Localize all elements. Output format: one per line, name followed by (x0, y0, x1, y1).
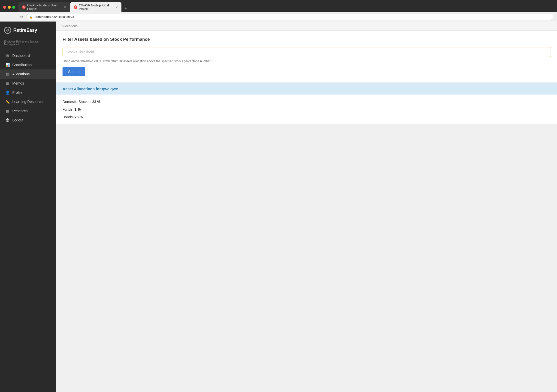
sidebar-item-contributions[interactable]: 📊 Contributions (0, 60, 56, 69)
brand-text: RetireEasy (13, 28, 37, 33)
brand-name: RetireEasy (13, 28, 37, 33)
logout-icon: ⏻ (5, 118, 10, 122)
tab-2-favicon: 🎯 (74, 5, 77, 9)
tab-1-label: OWASP Node.js Goat Project (27, 4, 62, 11)
profile-icon: 👤 (5, 90, 10, 95)
sidebar: RetireEasy Employee Retirement Savings M… (0, 22, 56, 392)
address-bar-row: ← → ↻ 🔒 localhost:4000/allocations/4 (0, 12, 557, 22)
app: RetireEasy Employee Retirement Savings M… (0, 22, 557, 392)
sidebar-item-learning-label: Learning Resources (12, 100, 44, 104)
forward-button[interactable]: → (11, 14, 17, 19)
tab-1[interactable]: 🎯 OWASP Node.js Goat Project ✕ (18, 2, 70, 12)
funds-value: 1 % (75, 107, 81, 111)
contributions-icon: 📊 (5, 63, 10, 67)
allocation-row-domestic-stocks: Domestic Stocks : 23 % (63, 100, 551, 104)
submit-button[interactable]: Submit (63, 67, 85, 76)
memos-icon: ▤ (5, 81, 10, 85)
sidebar-item-learning[interactable]: ✏️ Learning Resources (0, 97, 56, 106)
sidebar-item-research[interactable]: ▤ Research (0, 106, 56, 116)
filter-title: Filter Assets based on Stock Performance (63, 37, 551, 42)
filter-card: Filter Assets based on Stock Performance… (56, 31, 557, 83)
tab-2[interactable]: 🎯 OWASP Node.js Goat Project ✕ (70, 2, 121, 12)
dashboard-icon: ⊞ (5, 54, 10, 58)
bonds-value: 76 % (75, 115, 83, 119)
address-text: localhost:4000/allocations/4 (35, 15, 74, 19)
reload-button[interactable]: ↻ (19, 14, 24, 19)
sidebar-item-profile-label: Profile (12, 90, 23, 95)
fullscreen-window-button[interactable] (12, 6, 15, 9)
allocation-row-bonds: Bonds: 76 % (63, 115, 551, 119)
research-icon: ▤ (5, 109, 10, 113)
security-icon: 🔒 (29, 15, 33, 19)
tab-bar: 🎯 OWASP Node.js Goat Project ✕ 🎯 OWASP N… (18, 2, 554, 12)
browser-chrome: 🎯 OWASP Node.js Goat Project ✕ 🎯 OWASP N… (0, 0, 557, 22)
sidebar-item-dashboard[interactable]: ⊞ Dashboard (0, 51, 56, 60)
tab-1-close[interactable]: ✕ (64, 6, 66, 9)
content-area: Filter Assets based on Stock Performance… (56, 31, 557, 124)
sidebar-item-contributions-label: Contributions (12, 63, 34, 67)
main-content: Allocations Filter Assets based on Stock… (56, 22, 557, 392)
title-bar: 🎯 OWASP Node.js Goat Project ✕ 🎯 OWASP N… (0, 0, 557, 12)
sidebar-item-allocations[interactable]: ▤ Allocations (0, 69, 56, 79)
brand-icon (4, 27, 11, 34)
tab-2-close[interactable]: ✕ (116, 6, 118, 9)
sidebar-item-memos[interactable]: ▤ Memos (0, 79, 56, 88)
address-bar[interactable]: 🔒 localhost:4000/allocations/4 (26, 14, 553, 20)
address-path: 4000/allocations/4 (49, 15, 74, 19)
domestic-stocks-value: 23 % (92, 100, 100, 104)
sidebar-item-logout-label: Logout (12, 118, 23, 122)
domestic-stocks-label: Domestic Stocks : (63, 100, 91, 104)
results-header: Asset Allocations for qwe qwe (56, 83, 557, 95)
sidebar-item-research-label: Research (12, 109, 28, 113)
navigation: ⊞ Dashboard 📊 Contributions ▤ Allocation… (0, 48, 56, 392)
tab-1-favicon: 🎯 (22, 5, 26, 9)
address-host: localhost: (35, 15, 49, 19)
sidebar-item-dashboard-label: Dashboard (12, 54, 30, 58)
minimize-window-button[interactable] (8, 6, 11, 9)
stocks-threshold-input[interactable] (63, 47, 551, 57)
results-card: Asset Allocations for qwe qwe Domestic S… (56, 83, 557, 124)
close-window-button[interactable] (3, 6, 6, 9)
learning-icon: ✏️ (5, 100, 10, 104)
funds-label: Funds: (63, 107, 74, 111)
traffic-lights (3, 6, 15, 9)
allocations-icon: ▤ (5, 72, 10, 76)
brand: RetireEasy (0, 22, 56, 39)
allocation-row-funds: Funds: 1 % (63, 107, 551, 111)
bonds-label: Bonds: (63, 115, 74, 119)
results-title: Asset Allocations for qwe qwe (63, 87, 551, 91)
tab-2-label: OWASP Node.js Goat Project (79, 4, 114, 11)
sidebar-item-allocations-label: Allocations (12, 72, 30, 76)
filter-hint: Using above threshold value, it will ret… (63, 59, 551, 63)
brand-logo (4, 27, 11, 34)
sidebar-item-memos-label: Memos (12, 81, 24, 85)
sidebar-item-logout[interactable]: ⏻ Logout (0, 116, 56, 125)
sidebar-item-profile[interactable]: 👤 Profile (0, 88, 56, 97)
results-body: Domestic Stocks : 23 % Funds: 1 % Bonds:… (56, 95, 557, 124)
threshold-form-group (63, 47, 551, 57)
back-button[interactable]: ← (4, 14, 9, 19)
breadcrumb: Allocations (56, 22, 557, 31)
brand-subtitle: Employee Retirement Savings Management (0, 39, 56, 48)
new-tab-button[interactable]: + (122, 5, 129, 12)
